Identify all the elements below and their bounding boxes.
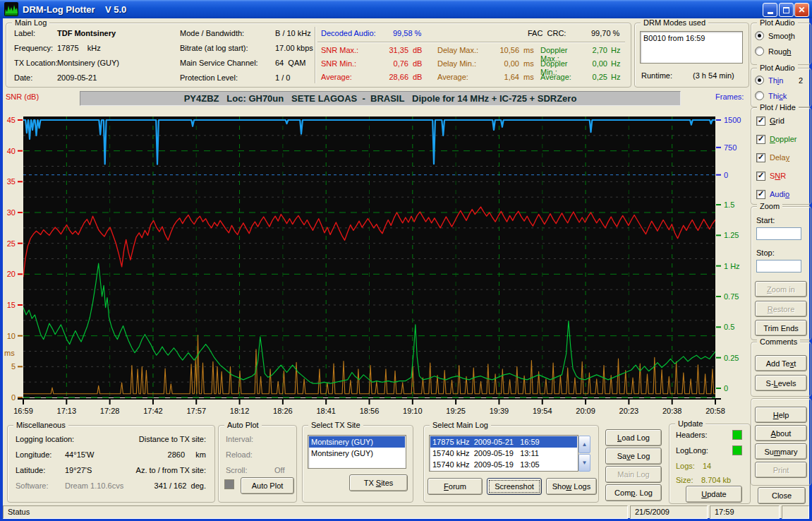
restore-button[interactable]: Restore (755, 301, 807, 317)
tx-site-item[interactable]: Montsinery (GUY) (309, 436, 405, 448)
field-label: Longitude: (16, 450, 51, 459)
radio-smooth[interactable]: Smooth (755, 31, 807, 42)
checkbox-label: SNR (770, 172, 786, 180)
screenshot-button[interactable]: Screenshot (487, 478, 542, 495)
stat-unit: dB (413, 73, 428, 86)
stat-value: 0,76 (372, 59, 408, 73)
svg-text:20:38: 20:38 (662, 407, 682, 415)
zoom-start-input[interactable] (756, 227, 801, 240)
maximize-button[interactable] (779, 3, 794, 17)
main-log-item[interactable]: 15740 kHz 2009-05-19 13:05 (430, 459, 577, 470)
close-button[interactable]: Close (758, 487, 806, 504)
svg-text:ms: ms (4, 349, 15, 357)
field-value: 44°15'W (65, 450, 94, 459)
plot-area: 16:5917:1317:2817:4217:5718:1218:2618:41… (0, 90, 748, 422)
help-button[interactable]: Help (755, 407, 807, 423)
radio-thin[interactable]: Thin 2 (755, 76, 807, 87)
save-log-button[interactable]: Save Log (605, 448, 662, 465)
scroll-down-button[interactable]: ▼ (578, 454, 590, 472)
main-log-item[interactable]: 15740 kHz 2009-05-19 13:11 (430, 448, 577, 459)
doppler-stats-column: Doppler Max.:2,70Hz Doppler Min.:0,00Hz … (540, 46, 625, 86)
autoplot-indicator (224, 479, 234, 489)
svg-text:18:56: 18:56 (360, 407, 380, 415)
svg-text:18:26: 18:26 (273, 407, 293, 415)
load-log-button[interactable]: Load Log (605, 429, 662, 446)
zoom-in-button[interactable]: Zoom in (755, 281, 807, 297)
runtime-value: (3 h 54 min) (693, 71, 734, 80)
checkbox-delay[interactable]: Delay (756, 153, 806, 164)
update-button[interactable]: Update (686, 486, 742, 503)
trim-ends-button[interactable]: Trim Ends (755, 320, 807, 336)
svg-text:19:10: 19:10 (403, 407, 423, 415)
print-button[interactable]: Print (755, 462, 807, 478)
radio-rough[interactable]: Rough (755, 47, 807, 58)
checkbox-snr[interactable]: SNR (756, 172, 806, 182)
group-title: Zoom (757, 202, 782, 211)
field-value: 2860 km (106, 450, 206, 459)
time-panel: 17:59 (710, 505, 780, 519)
stat-unit: ms (523, 59, 539, 73)
stat-unit: Hz (611, 59, 625, 73)
stat-unit: dB (413, 59, 428, 73)
stat-value: 2,70 (582, 46, 607, 59)
main-log-item[interactable]: 17875 kHz 2009-05-21 16:59 (430, 436, 577, 448)
forum-button[interactable]: Forum (428, 478, 483, 495)
s-levels-button[interactable]: S-Levels (755, 375, 807, 391)
scroll-up-button[interactable]: ▲ (578, 436, 590, 453)
checkbox-doppler[interactable]: Doppler (756, 135, 806, 145)
checkbox-label: Audio (770, 190, 789, 198)
minimize-button[interactable] (763, 3, 777, 17)
show-logs-button[interactable]: Show Logs (546, 478, 597, 495)
group-title: Plot / Hide (757, 103, 799, 112)
about-button[interactable]: About (755, 425, 807, 441)
stat-value: 0,00 (485, 59, 519, 73)
svg-text:16:59: 16:59 (13, 407, 33, 415)
radio-label: Rough (768, 47, 791, 56)
field-value: Distance to TX site: (106, 435, 206, 443)
main-log-button[interactable]: Main Log (605, 466, 662, 483)
field-label: Logging location: (16, 435, 74, 443)
divider (315, 27, 316, 83)
svg-text:1 Hz: 1 Hz (724, 262, 740, 270)
field-label: Reload: (226, 450, 253, 459)
close-window-button[interactable]: ✕ (794, 3, 809, 17)
titlebar: DRM-Log Plotter V 5.0 ✕ (0, 0, 812, 18)
summary-button[interactable]: Summary (755, 443, 807, 460)
checkbox-grid[interactable]: Grid (756, 116, 806, 127)
stat-label: Delay Min.: (437, 59, 481, 73)
tx-site-listbox[interactable]: Montsinery (GUY)Montsinery (GUY) (308, 435, 406, 469)
stat-label: Average: (321, 73, 368, 86)
svg-text:25: 25 (7, 239, 16, 248)
checkbox-icon (756, 190, 765, 199)
zoom-start-label: Start: (756, 216, 775, 224)
add-text-button[interactable]: Add Text (755, 355, 807, 371)
checkbox-icon (756, 135, 765, 144)
radio-icon (755, 91, 764, 100)
logs-value: 14 (703, 462, 711, 470)
checkbox-icon (756, 116, 765, 126)
svg-text:18:41: 18:41 (316, 407, 336, 415)
field-label: Bitrate (at log start): (180, 44, 248, 52)
headers-label: Headers: (676, 431, 708, 439)
field-label: Interval: (226, 435, 253, 443)
radio-icon (755, 76, 764, 85)
tx-sites-button[interactable]: TX Sites (349, 474, 408, 491)
radio-thick[interactable]: Thick (755, 91, 807, 102)
auto-plot-button[interactable]: Auto Plot (241, 477, 294, 494)
field-label: Mode / Bandwidth: (180, 29, 244, 37)
comp-log-button[interactable]: Comp. Log (605, 484, 662, 501)
zoom-stop-input[interactable] (756, 260, 801, 273)
field-value: 341 / 162 deg. (106, 481, 206, 490)
drm-modes-listbox[interactable]: B0010 from 16:59 (640, 31, 743, 64)
main-log-listbox[interactable]: 17875 kHz 2009-05-21 16:5915740 kHz 2009… (429, 435, 578, 472)
drm-mode-entry[interactable]: B0010 from 16:59 (641, 32, 741, 44)
checkbox-audio[interactable]: Audio (756, 190, 806, 200)
field-value: 17875 kHz (57, 44, 101, 52)
chevron-down-icon: ▼ (582, 460, 588, 466)
svg-text:1.25: 1.25 (724, 231, 739, 239)
svg-text:35: 35 (7, 177, 16, 186)
svg-text:19:39: 19:39 (490, 407, 509, 415)
field-label: Latitude: (16, 466, 45, 474)
tx-site-item[interactable]: Montsinery (GUY) (309, 448, 405, 459)
svg-text:20:09: 20:09 (576, 407, 595, 415)
